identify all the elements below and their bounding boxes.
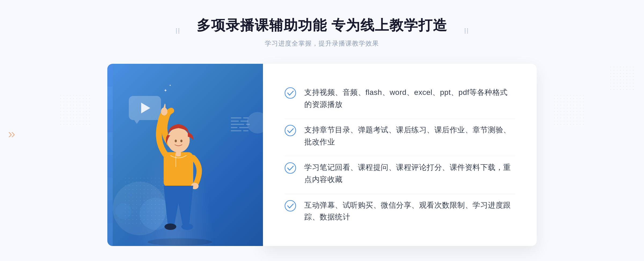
header-section: 多项录播课辅助功能 专为线上教学打造 学习进度全掌握，提升录播课教学效果 [197,16,447,48]
svg-point-8 [181,223,193,230]
outer-left-deco: » [8,126,15,141]
feature-item-1: 支持视频、音频、flash、word、excel、ppt、pdf等各种格式的资源… [284,81,515,116]
svg-point-2 [167,128,190,152]
svg-rect-9 [176,151,181,156]
feature-text-3: 学习笔记回看、课程提问、课程评论打分、课件资料下载，重点内容收藏 [304,162,515,186]
figure-illustration [129,91,231,246]
svg-point-4 [180,140,182,142]
feature-item-3: 学习笔记回看、课程提问、课程评论打分、课件资料下载，重点内容收藏 [284,156,515,191]
svg-point-12 [285,163,296,173]
main-title: 多项录播课辅助功能 专为线上教学打造 [197,16,447,35]
illustration-panel: ✦ ✦ [107,64,263,246]
outer-right-deco [609,65,636,92]
page-wrapper: 多项录播课辅助功能 专为线上教学打造 学习进度全掌握，提升录播课教学效果 ✦ ✦ [0,0,644,261]
dots-pattern-right [553,94,585,126]
check-icon-2 [284,125,296,136]
feature-text-2: 支持章节目录、弹题考试、课后练习、课后作业、章节测验、批改作业 [304,124,515,148]
feature-item-2: 支持章节目录、弹题考试、课后练习、课后作业、章节测验、批改作业 [284,118,515,154]
feature-item-4: 互动弹幕、试听购买、微信分享、观看次数限制、学习进度跟踪、数据统计 [284,194,515,229]
svg-point-3 [175,140,177,142]
content-area: ✦ ✦ [107,64,537,246]
check-icon-1 [284,87,296,99]
check-icon-3 [284,162,296,174]
check-icon-4 [284,200,296,212]
blue-strips-deco [107,64,113,246]
sub-title: 学习进度全掌握，提升录播课教学效果 [197,39,447,48]
svg-point-11 [285,125,296,136]
svg-point-0 [148,238,212,246]
features-panel: 支持视频、音频、flash、word、excel、ppt、pdf等各种格式的资源… [263,64,537,246]
feature-text-4: 互动弹幕、试听购买、微信分享、观看次数限制、学习进度跟踪、数据统计 [304,199,515,223]
svg-point-13 [285,200,296,211]
chevron-deco-icon: » [8,126,15,141]
dots-pattern-left [59,94,91,126]
feature-text-1: 支持视频、音频、flash、word、excel、ppt、pdf等各种格式的资源… [304,87,515,111]
svg-point-10 [285,88,296,98]
star-sparkle-2: ✦ [169,84,171,87]
svg-point-7 [164,223,176,230]
